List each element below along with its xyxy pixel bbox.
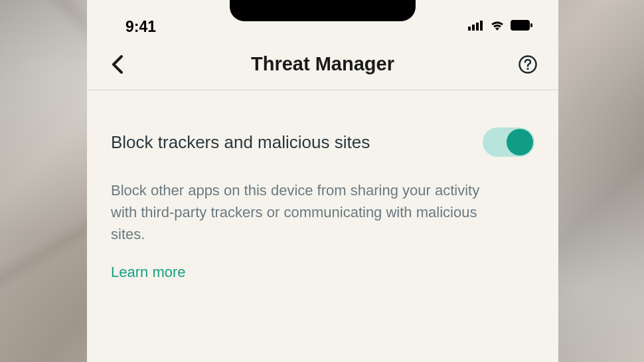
status-icons: [468, 19, 533, 34]
phone-frame: 9:41: [87, 0, 558, 362]
svg-rect-4: [511, 20, 530, 31]
setting-description: Block other apps on this device from sha…: [111, 179, 496, 245]
setting-title: Block trackers and malicious sites: [111, 132, 370, 153]
svg-rect-2: [476, 23, 479, 31]
device-notch: [230, 0, 416, 21]
battery-icon: [511, 20, 533, 33]
svg-rect-1: [472, 25, 475, 31]
back-button[interactable]: [107, 54, 128, 75]
svg-rect-5: [530, 23, 532, 27]
cellular-icon: [468, 20, 484, 33]
content-area: Block trackers and malicious sites Block…: [87, 90, 558, 281]
setting-row: Block trackers and malicious sites: [111, 128, 534, 157]
page-title: Threat Manager: [251, 53, 394, 75]
learn-more-link[interactable]: Learn more: [111, 264, 534, 281]
help-button[interactable]: [517, 54, 538, 75]
svg-rect-0: [468, 27, 471, 31]
toggle-knob: [507, 129, 533, 155]
svg-point-7: [526, 67, 528, 69]
nav-bar: Threat Manager: [87, 41, 558, 90]
status-time: 9:41: [125, 18, 156, 36]
block-trackers-toggle[interactable]: [483, 128, 534, 157]
help-icon: [518, 54, 538, 74]
svg-rect-3: [480, 21, 483, 31]
wifi-icon: [489, 19, 505, 34]
chevron-left-icon: [112, 55, 123, 74]
